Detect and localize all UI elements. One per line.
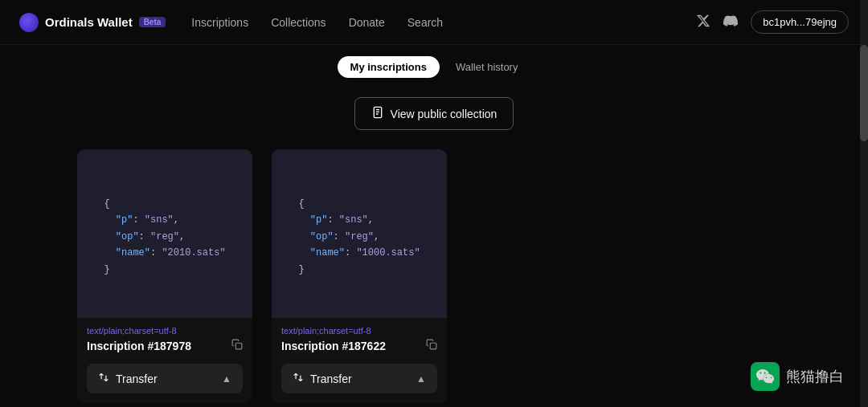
discord-icon[interactable]	[723, 14, 738, 31]
code-block-0: { "p": "sns", "op": "reg", "name": "2010…	[104, 196, 225, 278]
code-block-1: { "p": "sns", "op": "reg", "name": "1000…	[298, 196, 420, 278]
view-public-collection-button[interactable]: View public collection	[354, 97, 514, 130]
card-code-area-1: { "p": "sns", "op": "reg", "name": "1000…	[272, 149, 447, 318]
tab-wallet-history[interactable]: Wallet history	[443, 56, 531, 78]
view-collection-row: View public collection	[0, 84, 868, 149]
card-type-0: text/plain;charset=utf-8	[87, 326, 243, 336]
wechat-icon	[751, 362, 780, 391]
logo-text: Ordinals Wallet	[45, 15, 133, 29]
watermark: 熊猫撸白	[751, 362, 844, 391]
tab-my-inscriptions[interactable]: My inscriptions	[338, 56, 440, 78]
logo-area: Ordinals Wallet Beta	[19, 13, 166, 32]
wallet-address-button[interactable]: bc1pvh...79ejng	[751, 10, 849, 34]
transfer-icon-1	[293, 372, 304, 385]
transfer-button-0[interactable]: Transfer ▲	[87, 364, 243, 393]
nav-donate[interactable]: Donate	[349, 16, 385, 29]
chevron-up-icon-0: ▲	[222, 373, 231, 385]
card-meta-1: text/plain;charset=utf-8 Inscription #18…	[272, 318, 447, 357]
logo-icon	[19, 13, 39, 32]
nav-collections[interactable]: Collections	[271, 16, 326, 29]
card-title-1: Inscription #187622	[281, 340, 386, 352]
card-meta-0: text/plain;charset=utf-8 Inscription #18…	[77, 318, 252, 357]
inscription-card-0: { "p": "sns", "op": "reg", "name": "2010…	[77, 149, 252, 403]
view-collection-label: View public collection	[391, 108, 497, 120]
nav-inscriptions[interactable]: Inscriptions	[191, 16, 248, 29]
svg-rect-2	[430, 343, 436, 349]
transfer-label-1: Transfer	[310, 372, 352, 385]
card-actions-0: Transfer ▲	[77, 357, 252, 403]
svg-rect-1	[235, 343, 242, 349]
header-right: bc1pvh...79ejng	[696, 10, 849, 34]
card-code-area-0: { "p": "sns", "op": "reg", "name": "2010…	[77, 149, 252, 318]
watermark-text: 熊猫撸白	[786, 367, 844, 386]
nav-search[interactable]: Search	[407, 16, 443, 29]
scrollbar[interactable]	[860, 0, 868, 407]
transfer-icon-0	[98, 372, 109, 385]
main-nav: Inscriptions Collections Donate Search	[191, 16, 696, 29]
cards-container: { "p": "sns", "op": "reg", "name": "2010…	[0, 149, 868, 403]
copy-icon-0[interactable]	[231, 339, 243, 352]
transfer-label-0: Transfer	[116, 372, 158, 385]
card-type-1: text/plain;charset=utf-8	[281, 326, 437, 336]
twitter-icon[interactable]	[696, 14, 710, 31]
card-title-row-0: Inscription #187978	[87, 339, 243, 352]
card-actions-1: Transfer ▲	[272, 357, 447, 403]
card-title-0: Inscription #187978	[87, 340, 191, 352]
scrollbar-thumb[interactable]	[860, 45, 868, 141]
inscription-card-1: { "p": "sns", "op": "reg", "name": "1000…	[272, 149, 447, 403]
transfer-button-1[interactable]: Transfer ▲	[281, 364, 437, 393]
collection-icon	[371, 106, 384, 121]
card-title-row-1: Inscription #187622	[281, 339, 437, 352]
copy-icon-1[interactable]	[426, 339, 437, 352]
chevron-up-icon-1: ▲	[416, 373, 426, 385]
beta-badge: Beta	[139, 17, 166, 27]
tabs-row: My inscriptions Wallet history	[0, 45, 868, 84]
app-header: Ordinals Wallet Beta Inscriptions Collec…	[0, 0, 868, 45]
